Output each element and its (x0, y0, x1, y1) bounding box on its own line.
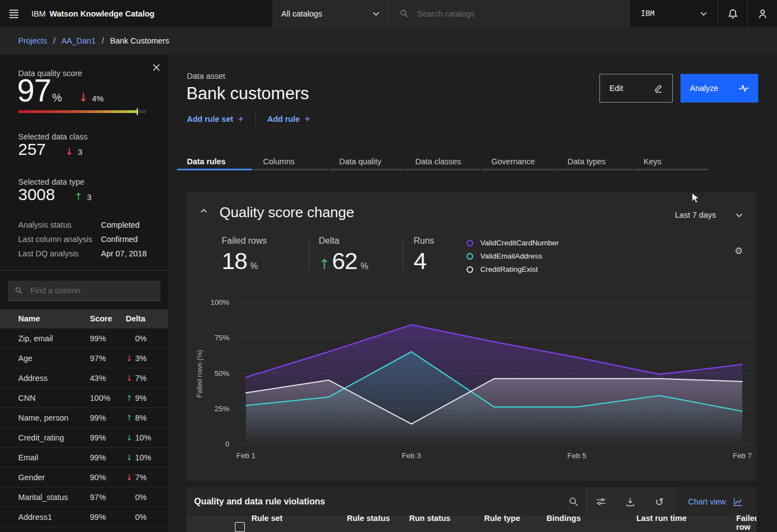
table-row[interactable]: Age97%↓3% (0, 348, 168, 368)
app-brand: IBM Watson Knowledge Catalog (31, 0, 154, 27)
search-icon (400, 9, 409, 18)
column-name: Credit_rating (18, 433, 90, 442)
column-name: Name, person (18, 413, 90, 422)
activity-icon (739, 84, 749, 93)
add-rule-set-link[interactable]: Add rule set+ (187, 114, 244, 125)
tab-columns[interactable]: Columns (253, 154, 328, 170)
column-score: 90% (90, 473, 126, 482)
bell-icon (727, 8, 738, 19)
catalog-selector-label: All catalogs (281, 9, 322, 18)
find-column-input[interactable] (29, 286, 153, 295)
analysis-meta: Analysis statusCompletedLast column anal… (18, 221, 147, 258)
sidebar-close-button[interactable] (153, 64, 160, 71)
chart-view-label: Chart view (688, 497, 726, 506)
breadcrumb-item-aa-dan1[interactable]: AA_Dan1 (61, 36, 95, 45)
close-icon (153, 64, 160, 71)
y-tick-label: 50% (215, 369, 229, 378)
violations-column-failed-row-: Failed row (%) (736, 514, 757, 532)
stat-unit: % (361, 261, 368, 271)
tab-data-rules[interactable]: Data rules (177, 154, 252, 170)
runs-stat: Runs 4 (414, 236, 434, 275)
tab-data-classes[interactable]: Data classes (405, 154, 480, 170)
chart-view-button[interactable]: Chart view (674, 487, 757, 516)
x-tick-label: Feb 3 (402, 452, 421, 460)
table-row[interactable]: Marital_status97%0% (0, 487, 168, 507)
catalog-selector[interactable]: All catalogs (272, 0, 389, 27)
table-row[interactable]: Gender90%↓7% (0, 467, 168, 487)
breadcrumb-item-bank-customers: Bank Customers (110, 36, 169, 45)
refresh-button[interactable]: ↺ (645, 487, 674, 516)
table-row[interactable]: Email99%↓10% (0, 448, 168, 467)
download-icon (625, 497, 635, 507)
series-area-CreditRatingExist (246, 379, 742, 444)
meta-label: Last column analysis (18, 235, 101, 244)
type-delta-arrow-icon: ↑ (74, 192, 83, 202)
breadcrumb-item-projects[interactable]: Projects (18, 36, 47, 45)
catalog-search (389, 0, 630, 27)
legend-label: CreditRatingExist (480, 265, 538, 273)
edit-button[interactable]: Edit (599, 74, 673, 103)
column-table-body: Zip, email99%0%Age97%↓3%Address43%↓7%CNN… (0, 329, 168, 532)
down-arrow-icon: ↓ (126, 433, 135, 442)
tab-governance[interactable]: Governance (481, 154, 556, 170)
filter-button[interactable] (587, 487, 616, 516)
search-input[interactable] (416, 9, 619, 19)
table-row[interactable]: Address199%0% (0, 507, 168, 527)
chevron-down-icon (373, 12, 379, 16)
analyze-button[interactable]: Analyze (680, 74, 758, 103)
hamburger-menu-button[interactable] (0, 0, 27, 27)
download-button[interactable] (616, 487, 645, 516)
table-row[interactable]: Zip, email99%0% (0, 329, 168, 348)
brand-prefix: IBM (31, 9, 46, 18)
column-delta: ↓3% (126, 354, 168, 363)
time-range-selector[interactable]: Last 7 days (675, 211, 743, 219)
table-row[interactable]: CNN100%↑9% (0, 388, 168, 408)
violations-search-button[interactable] (561, 487, 586, 516)
collapse-card-button[interactable] (200, 208, 207, 213)
user-avatar-icon (757, 8, 768, 19)
score-delta-arrow-icon: ↓ (78, 92, 88, 104)
column-delta: ↑9% (126, 394, 168, 402)
legend-item-ValidEmailAddress[interactable]: ValidEmailAddress (467, 252, 559, 260)
chart-settings-button[interactable]: ⚙ (735, 246, 743, 256)
legend-dot-icon (467, 240, 473, 246)
score-value-row: 97 % ↓ 4% (17, 74, 104, 108)
type-value: 3008 (18, 185, 55, 204)
account-selector[interactable]: IBM (630, 0, 717, 27)
tab-data-quality[interactable]: Data quality (329, 154, 404, 170)
violations-column-rule-type: Rule type (484, 514, 546, 532)
add-rule-link[interactable]: Add rule+ (267, 114, 310, 125)
user-profile-button[interactable] (747, 0, 777, 27)
down-arrow-icon: ↓ (126, 453, 135, 462)
class-value-row: 257 ↓3 (18, 140, 82, 159)
add-rule-set-label: Add rule set (187, 115, 233, 123)
links-divider (255, 113, 256, 125)
select-all-checkbox[interactable] (235, 522, 245, 532)
stat-label: Delta (319, 236, 368, 246)
legend-item-ValidCreditCardNumber[interactable]: ValidCreditCardNumber (467, 239, 559, 247)
table-row[interactable]: Credit_rating99%↓10% (0, 428, 168, 448)
column-header-score: Score (90, 314, 126, 323)
stat-value: 18 (222, 248, 247, 275)
table-row[interactable]: Address43%↓7% (0, 368, 168, 388)
tab-keys[interactable]: Keys (634, 154, 709, 170)
violations-table-header: Rule setRule statusRun statusRule typeBi… (186, 516, 757, 532)
breadcrumb: Projects/AA_Dan1/Bank Customers (0, 27, 777, 55)
legend-item-CreditRatingExist[interactable]: CreditRatingExist (467, 265, 559, 273)
meta-label: Analysis status (18, 221, 101, 229)
table-row[interactable]: Name, person99%↑8% (0, 408, 168, 428)
wkc-app: { "header": { "brand_prefix": "IBM", "br… (0, 0, 777, 532)
legend-label: ValidEmailAddress (480, 252, 542, 260)
violations-title: Quality and data rule violations (194, 487, 325, 516)
column-delta: 0% (126, 493, 168, 502)
column-score: 99% (90, 513, 126, 522)
down-arrow-icon: ↓ (126, 354, 135, 363)
notifications-button[interactable] (717, 0, 748, 27)
data-quality-sidebar: Data quality score 97 % ↓ 4% Selected da… (0, 55, 168, 532)
column-header-delta: Delta (126, 314, 168, 323)
chevron-down-icon (700, 12, 707, 16)
search-icon (569, 497, 578, 507)
column-score-table: NameScoreDelta Zip, email99%0%Age97%↓3%A… (0, 309, 168, 532)
tab-data-types[interactable]: Data types (558, 154, 633, 170)
column-table-header: NameScoreDelta (0, 309, 168, 329)
